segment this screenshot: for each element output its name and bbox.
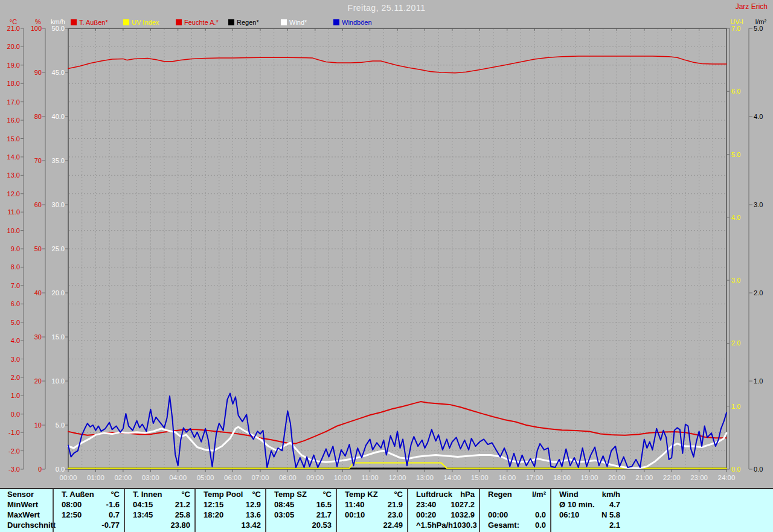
- y-axis-tick-label-temp: 10.0: [7, 227, 20, 234]
- table-value-row: Gesamt:0.0: [480, 520, 551, 530]
- value-number: 12.9: [246, 499, 261, 510]
- y-axis-tick-label-temp: 0.0: [11, 411, 20, 418]
- value-number: 20.53: [312, 520, 332, 530]
- value-number: 23.0: [388, 510, 403, 520]
- sensor-name: Temp Pool: [202, 489, 243, 499]
- y-axis-tick-label-humidity: 70: [34, 157, 42, 164]
- table-column-separator: [124, 489, 125, 532]
- x-axis-tick-label: 06:00: [224, 474, 242, 481]
- y-axis-tick-label-wind: 35.0: [52, 157, 65, 164]
- x-axis-tick-label: 23:00: [690, 474, 708, 481]
- value-number: 0.0: [535, 510, 546, 520]
- table-value-row: 13:4525.8: [124, 510, 195, 520]
- value-time: 03:05: [273, 510, 294, 520]
- y-axis-tick-label-temp: -3.0: [8, 466, 20, 473]
- value-time: 11:40: [344, 499, 365, 510]
- y-axis-tick-label-rain: 3.0: [754, 201, 763, 208]
- y-axis-tick-label-temp: 18.0: [7, 80, 20, 87]
- table-value-row: 04:1521.2: [124, 499, 195, 510]
- table-value-row: 18:2013.6: [195, 510, 266, 520]
- x-axis-tick-label: 22:00: [663, 474, 681, 481]
- x-axis-tick-label: 21:00: [635, 474, 653, 481]
- value-time: 08:45: [273, 499, 294, 510]
- value-time: 12:15: [202, 499, 223, 510]
- value-number: 16.5: [316, 499, 332, 510]
- table-column-separator: [550, 489, 551, 532]
- table-row-label: MaxWert: [0, 510, 53, 520]
- value-number: 4.7: [609, 499, 620, 510]
- x-axis-tick-label: 17:00: [526, 474, 544, 481]
- value-time: 12:50: [60, 510, 82, 520]
- x-axis-tick-label: 03:00: [142, 474, 159, 481]
- value-number: -1.6: [106, 499, 120, 510]
- value-number: 21.2: [175, 499, 190, 510]
- y-axis-tick-label-temp: 14.0: [7, 153, 20, 161]
- y-axis-tick-label-uv: 3.0: [731, 277, 740, 284]
- table-row-label: Durchschnitt: [0, 520, 53, 530]
- value-number: 25.8: [175, 510, 190, 520]
- y-axis-tick-label-temp: 16.0: [7, 117, 20, 124]
- table-value-row: Ø 10 min.4.7: [551, 499, 625, 510]
- table-column-temp-kz: Temp KZ°C11:4021.900:1023.022.49: [336, 489, 408, 532]
- table-column-header: Regenl/m²: [480, 489, 551, 499]
- y-axis-tick-label-rain: 2.0: [754, 289, 763, 296]
- y-axis-tick-label-uv: 4.0: [731, 214, 740, 221]
- table-value-row: 23:401027.2: [408, 499, 480, 510]
- y-axis-tick-label-temp: 2.0: [11, 374, 20, 381]
- value-time: 04:15: [132, 499, 153, 510]
- y-axis-tick-label-wind: 40.0: [52, 113, 65, 120]
- value-time: 00:20: [415, 510, 436, 520]
- x-axis-tick-label: 20:00: [608, 474, 626, 481]
- table-column-header: Temp Pool°C: [195, 489, 266, 499]
- y-axis-tick-label-humidity: 80: [34, 113, 42, 120]
- table-column-temp-pool: Temp Pool°C12:1512.918:2013.613.42: [195, 489, 266, 532]
- table-value-row: 12:1512.9: [195, 499, 266, 510]
- table-value-row: [480, 499, 551, 510]
- y-axis-tick-label-wind: 15.0: [52, 333, 65, 341]
- table-row-label-text: MaxWert: [7, 510, 40, 520]
- sensor-name: Temp KZ: [344, 489, 378, 499]
- y-axis-tick-label-temp: -2.0: [8, 447, 20, 455]
- table-column-header: Temp KZ°C: [336, 489, 408, 499]
- value-time: Gesamt:: [487, 520, 519, 530]
- x-axis-tick-label: 10:00: [334, 474, 351, 481]
- value-time: ^1.5hPa/h: [415, 520, 453, 530]
- y-axis-tick-label-temp: 7.0: [11, 282, 20, 289]
- y-axis-tick-label-rain: 4.0: [754, 113, 763, 120]
- y-axis-tick-label-humidity: 0: [38, 466, 42, 473]
- sensor-unit: °C: [111, 489, 120, 499]
- value-number: 1030.3: [453, 520, 477, 530]
- value-time: [487, 499, 488, 510]
- y-axis-tick-label-humidity: 100: [31, 25, 42, 32]
- value-number: 2.1: [609, 520, 620, 530]
- table-column-header: T. Außen°C: [53, 489, 124, 499]
- table-column-luftdruck: LuftdruckhPa23:401027.200:201032.9^1.5hP…: [408, 489, 480, 532]
- y-axis-tick-label-temp: 17.0: [7, 98, 20, 106]
- y-axis-tick-label-humidity: 30: [34, 333, 42, 341]
- x-axis-tick-label: 04:00: [169, 474, 187, 481]
- y-axis-tick-label-temp: 8.0: [11, 263, 20, 271]
- value-time: 00:00: [487, 510, 508, 520]
- y-axis-tick-label-temp: 4.0: [11, 337, 20, 344]
- y-axis-tick-label-temp: 20.0: [7, 43, 20, 50]
- y-axis-tick-label-humidity: 60: [34, 201, 42, 208]
- y-axis-tick-label-temp: 1.0: [11, 392, 20, 399]
- value-number: -0.77: [101, 520, 120, 530]
- table-value-row: -0.77: [53, 520, 124, 530]
- x-axis-tick-label: 11:00: [362, 474, 379, 481]
- y-axis-tick-label-wind: 45.0: [52, 69, 65, 76]
- sensor-unit: km/h: [602, 489, 620, 499]
- table-value-row: 03:0521.7: [266, 510, 336, 520]
- y-axis-tick-label-uv: 1.0: [731, 403, 740, 410]
- table-value-row: 08:4516.5: [266, 499, 336, 510]
- table-column-regen: Regenl/m²00:000.0Gesamt:0.0: [480, 489, 551, 532]
- y-axis-tick-label-temp: 6.0: [11, 300, 20, 307]
- sensor-name: Wind: [558, 489, 579, 499]
- table-column-separator: [194, 489, 196, 532]
- value-time: [202, 520, 204, 530]
- x-axis-tick-label: 07:00: [252, 474, 269, 481]
- value-number: 21.9: [388, 499, 403, 510]
- table-column-header: Windkm/h: [551, 489, 625, 499]
- x-axis-tick-label: 16:00: [498, 474, 516, 481]
- y-axis-tick-label-humidity: 10: [34, 421, 42, 429]
